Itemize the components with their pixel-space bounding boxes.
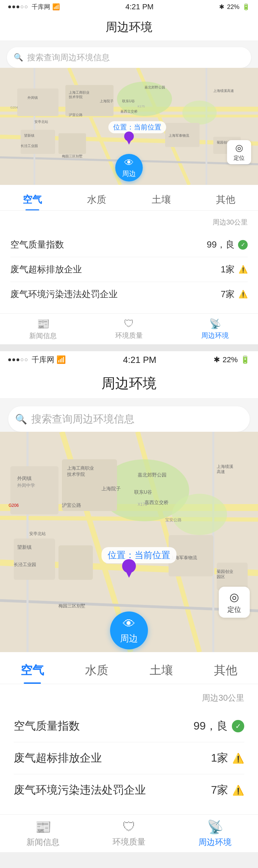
status-time: 4:21 PM [126,2,154,11]
nav-title-2: 周边环境 [0,368,258,399]
dot-1 [8,6,11,8]
dot2-2 [12,358,15,361]
tab-soil[interactable]: 土壤 [129,188,194,210]
tab-air[interactable]: 空气 [0,188,65,210]
badge-orange2-2: ⚠️ [232,785,244,796]
svg-text:G204: G204 [10,106,18,109]
nearby-button[interactable]: 👁 周边 [115,154,143,181]
map-container[interactable]: 外闵镇 上海工商职业 技术学院 上海院子 联东U谷 望新镇 长泾工业园 梅园三区… [0,68,258,185]
svg-text:嘉西立交桥: 嘉西立交桥 [120,109,138,113]
nav-title: 周边环境 [0,14,258,41]
dot-5 [25,6,28,8]
bottom-nav-nearby[interactable]: 📡 周边环境 [172,318,258,340]
bottom-nav-news[interactable]: 📰 新闻信息 [0,318,86,341]
table-row-2-2: 废气超标排放企业 1家 ⚠️ [14,742,244,774]
location-link[interactable]: 当前位置 [134,123,161,131]
svg-text:长泾工业园: 长泾工业园 [14,562,36,567]
locate-button-2[interactable]: ◎ 定位 [219,587,250,618]
svg-point-47 [172,494,227,535]
nearby-button-2[interactable]: 👁 周边 [110,611,148,649]
table-row-2-1: 空气质量指数 99，良 ✓ [14,710,244,742]
bluetooth-icon-2: ✱ [214,355,220,364]
bottom-nav-news-2[interactable]: 📰 新闻信息 [0,819,86,848]
search-bar-wrap: 🔍 搜索查询周边环境信息 [0,41,258,68]
news-icon: 📰 [37,318,50,330]
location-pin-2 [122,559,136,578]
svg-marker-36 [126,139,132,145]
nearby-nav-label-2: 周边环境 [198,837,232,848]
data-section: 周边30公里 空气质量指数 99，良 ✓ 废气超标排放企业 1家 ⚠️ 废气环境… [0,211,258,313]
svg-text:安亭北站: 安亭北站 [34,120,48,124]
location-link-2[interactable]: 当前位置 [135,550,170,560]
row-label2-2: 废气超标排放企业 [14,751,102,766]
wifi-icon: 📶 [52,3,60,11]
search-icon: 🔍 [14,53,23,62]
bottom-nav-env-2[interactable]: 🛡 环境质量 [86,819,172,847]
svg-text:园区: 园区 [217,574,225,579]
row-value-2: 1家 ⚠️ [221,263,248,275]
status-time-2: 4:21 PM [123,355,157,365]
dot2-3 [17,358,19,361]
nearby-label: 周边 [122,169,136,178]
tabs-row: 空气 水质 土壤 其他 [0,185,258,211]
dot2-1 [8,358,11,361]
env-icon-2: 🛡 [122,819,136,834]
dot2-4 [21,358,23,361]
svg-text:长泾工业园: 长泾工业园 [21,144,38,148]
dot2-5 [25,358,28,361]
badge-orange2-1: ⚠️ [232,753,244,764]
row-value2-3: 7家 ⚠️ [211,783,244,798]
signal-dots [8,6,28,8]
bottom-nav-nearby-2[interactable]: 📡 周边环境 [172,819,258,848]
row-label-1: 空气质量指数 [10,239,64,251]
dot-4 [21,6,23,8]
tab-other[interactable]: 其他 [194,188,258,210]
map-container-2[interactable]: 外闵镇 外闵中学 上海工商职业 技术学院 上海院子 联东U谷 望新镇 长泾工业园… [0,432,258,652]
svg-rect-51 [58,545,93,580]
tabs-row-2: 空气 水质 土壤 其他 [0,652,258,684]
svg-text:联东U谷: 联东U谷 [122,99,135,103]
tab-water-2[interactable]: 水质 [65,656,129,684]
svg-text:上海军泰物流: 上海军泰物流 [169,134,189,137]
svg-text:梅园三区别墅: 梅园三区别墅 [58,603,85,608]
bottom-nav-env[interactable]: 🛡 环境质量 [86,318,172,340]
bluetooth-icon: ✱ [219,3,224,11]
screen-divider [0,344,258,351]
status-right: ✱ 22% 🔋 [219,3,250,11]
row-label2-3: 废气环境污染违法处罚企业 [14,783,146,798]
svg-rect-16 [213,85,241,106]
search-bar-2[interactable]: 🔍 搜索查询周边环境信息 [8,406,250,432]
tab-air-2[interactable]: 空气 [0,656,65,684]
battery-label: 22% [227,3,239,11]
svg-text:望新镇: 望新镇 [17,544,32,550]
table-row: 废气超标排放企业 1家 ⚠️ [10,257,248,282]
svg-text:安亭北站: 安亭北站 [29,531,46,536]
svg-text:外闵镇: 外闵镇 [17,475,32,481]
svg-text:上海工商职业: 上海工商职业 [67,466,94,471]
badge-green-1: ✓ [238,240,248,250]
svg-text:联东U谷: 联东U谷 [134,489,152,495]
svg-text:菊园创业: 菊园创业 [217,569,233,574]
env-icon: 🛡 [124,318,134,330]
row-label-2: 废气超标排放企业 [10,263,82,275]
search-placeholder: 搜索查询周边环境信息 [27,52,110,63]
locate-button[interactable]: ◎ 定位 [227,140,251,164]
table-row: 废气环境污染违法处罚企业 7家 ⚠️ [10,282,248,306]
data-range: 周边30公里 [10,218,248,227]
status-bar: 千库网 📶 4:21 PM ✱ 22% 🔋 [0,0,258,14]
badge-orange-2: ⚠️ [238,290,248,299]
location-label-2: 位置：当前位置 [101,547,176,563]
env-label: 环境质量 [115,331,143,340]
tab-water[interactable]: 水质 [65,188,129,210]
svg-text:嘉北郊野公园: 嘉北郊野公园 [138,472,166,478]
svg-point-10 [182,101,217,125]
tab-soil-2[interactable]: 土壤 [129,656,194,684]
svg-text:技术学院: 技术学院 [67,472,85,477]
news-icon-2: 📰 [35,819,51,835]
search-bar-wrap-2: 🔍 搜索查询周边环境信息 [0,399,258,432]
wifi-icon-2: 📶 [56,355,66,364]
search-icon-2: 🔍 [15,414,27,425]
tab-other-2[interactable]: 其他 [194,656,258,684]
search-bar[interactable]: 🔍 搜索查询周边环境信息 [7,47,251,68]
row-label-3: 废气环境污染违法处罚企业 [10,288,118,300]
